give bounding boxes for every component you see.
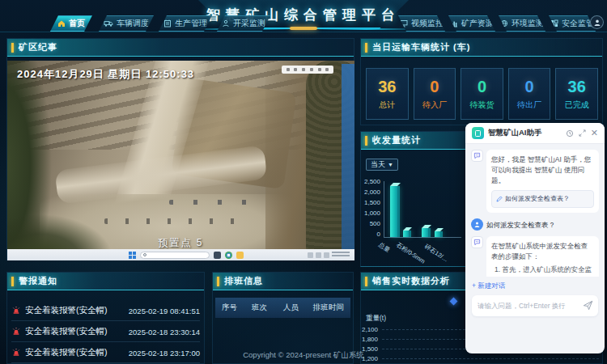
siren-icon xyxy=(11,327,21,336)
tab-environment-monitor[interactable]: 环境监测 xyxy=(499,15,545,32)
bot-greeting-bubble: 您好，我是 智慧矿山AI 助手，您可以向我提出 智慧矿山 使用问题。 如何派发安… xyxy=(486,150,599,213)
ai-logo-icon xyxy=(472,127,484,139)
ai-question-input[interactable] xyxy=(478,302,579,310)
schedule-table-header: 序号 班次 人员 排班时间 xyxy=(215,298,350,318)
stat-card-waiting-exit: 0 待出厂 xyxy=(508,68,551,120)
sales-ytick: 2,100 xyxy=(357,326,378,333)
column-header: 班次 xyxy=(244,303,275,313)
shipment-ytick: 0 xyxy=(359,231,380,238)
alarm-list-item[interactable]: 安全着装报警(安全帽) 2025-02-19 08:41:51 xyxy=(11,301,200,321)
history-icon[interactable] xyxy=(566,129,574,138)
ai-chat-area: 您好，我是 智慧矿山AI 助手，您可以向我提出 智慧矿山 使用问题。 如何派发安… xyxy=(465,144,605,277)
stat-card-completed: 36 已完成 xyxy=(555,68,598,120)
tab-mining-monitor[interactable]: 开采监测 xyxy=(217,15,270,32)
shipment-ytick: 500 xyxy=(359,220,380,227)
explorer-icon xyxy=(214,252,221,259)
bot-avatar-icon xyxy=(471,150,483,162)
shipment-range-dropdown[interactable]: 当天 ▼ xyxy=(366,159,398,171)
browser-icon xyxy=(225,252,232,259)
folder-icon xyxy=(236,252,244,259)
stat-card-waiting-load: 0 待装货 xyxy=(461,68,503,120)
bot-answer-bubble: 在智慧矿山系统中派发安全检查表的步骤如下： 1. 首先，进入矿山系统的安全监管模… xyxy=(486,236,599,277)
windows-taskbar xyxy=(7,249,354,260)
bot-message-row: 您好，我是 智慧矿山AI 助手，您可以向我提出 智慧矿山 使用问题。 如何派发安… xyxy=(471,150,599,213)
avatar-person-icon xyxy=(593,19,601,27)
system-tray xyxy=(308,252,350,258)
chevron-down-icon: ▼ xyxy=(388,162,393,167)
ai-assistant-header: 智慧矿山AI助手 ✕ xyxy=(465,123,605,144)
column-header: 序号 xyxy=(215,303,244,313)
suggested-question[interactable]: 如何派发安全检查表？ xyxy=(491,190,594,208)
ai-input-wrap xyxy=(472,295,598,316)
column-header: 排班时间 xyxy=(307,303,350,313)
panel-mine-chronicle-header: 矿区纪事 xyxy=(7,39,354,57)
panel-title: 销售实时数据分析 xyxy=(372,275,450,287)
sales-y-axis-label: 重量(t) xyxy=(366,314,386,324)
accent-bar xyxy=(11,43,14,53)
ai-assistant-panel: 智慧矿山AI助手 ✕ 您好，我是 智慧矿山AI 助手，您可以向我提出 智慧矿山 … xyxy=(465,123,605,353)
title-deco-right xyxy=(319,28,414,30)
accent-bar xyxy=(365,43,367,53)
panel-title: 收发量统计 xyxy=(372,134,421,146)
panel-alarm-header: 警报通知 xyxy=(7,273,204,290)
header-divider xyxy=(0,32,607,32)
siren-icon xyxy=(11,306,21,315)
tab-safety-supervision[interactable]: 安全监管 xyxy=(549,15,596,32)
stat-card-total: 36 总计 xyxy=(366,68,409,120)
user-avatar[interactable] xyxy=(590,15,604,29)
smart-mine-dashboard: 智慧矿山综合管理平台 首页 车辆调度 生产管理 开采监测 视频监控 矿产资源 环… xyxy=(0,0,607,364)
taskbar-search xyxy=(140,252,210,259)
shipment-x-axis xyxy=(384,237,461,238)
sales-ytick: 1,800 xyxy=(357,336,378,343)
truck-icon xyxy=(104,19,113,28)
shipment-ytick: 2,000 xyxy=(359,188,380,196)
panel-title: 当日运输车辆统计 (车) xyxy=(372,41,470,53)
person-icon xyxy=(222,19,230,28)
shipment-bar xyxy=(422,228,431,237)
accent-bar xyxy=(365,277,367,286)
shipment-bar xyxy=(435,231,443,237)
panel-schedule-header: 排班信息 xyxy=(213,273,353,290)
shipment-ytick: 2,500 xyxy=(359,178,380,185)
live-video-feed: 2024年12月29日 星期日 12:50:33 预置点 5 xyxy=(7,61,354,260)
bot-answer-row: 在智慧矿山系统中派发安全检查表的步骤如下： 1. 首先，进入矿山系统的安全监管模… xyxy=(471,236,599,277)
title-deco-center xyxy=(290,27,317,30)
video-control-toolbar[interactable] xyxy=(282,66,333,74)
vehicle-stat-cards: 36 总计 0 待入厂 0 待装货 0 待出厂 36 已完成 xyxy=(366,68,598,120)
accent-bar xyxy=(11,277,14,286)
bot-avatar-icon xyxy=(471,236,483,248)
clipboard-icon xyxy=(163,19,172,28)
new-chat-button[interactable]: + 新建对话 xyxy=(472,281,598,291)
tab-production[interactable]: 生产管理 xyxy=(159,15,212,32)
shipment-ytick: 1,500 xyxy=(359,199,380,206)
column-header: 人员 xyxy=(275,303,307,313)
video-datetime-overlay: 2024年12月29日 星期日 12:50:33 xyxy=(17,67,194,82)
panel-title: 矿区纪事 xyxy=(19,41,57,53)
user-avatar-icon xyxy=(471,218,483,231)
send-icon[interactable] xyxy=(583,300,593,311)
panel-title: 排班信息 xyxy=(224,275,263,287)
equipment-row xyxy=(104,218,250,224)
ai-input-area: + 新建对话 xyxy=(465,277,605,353)
user-message-row: 如何派发安全检查表？ xyxy=(471,218,599,231)
windows-start-icon xyxy=(129,252,136,259)
shipment-bar xyxy=(390,186,400,237)
answer-steps: 1. 首先，进入矿山系统的安全监管模块。 2. 在安全监管模块中找到并点击"安全… xyxy=(491,265,594,277)
shipment-y-axis xyxy=(384,181,384,237)
home-icon xyxy=(57,19,66,28)
panel-title: 警报通知 xyxy=(19,275,57,287)
panel-vehicle-stats-header: 当日运输车辆统计 (车) xyxy=(361,39,602,57)
stat-card-waiting-entry: 0 待入厂 xyxy=(414,68,456,120)
close-icon[interactable]: ✕ xyxy=(591,129,598,138)
tab-mineral-resources[interactable]: 矿产资源 xyxy=(448,15,495,32)
tab-video-monitor[interactable]: 视频监控 xyxy=(398,15,445,32)
tab-vehicle-dispatch[interactable]: 车辆调度 xyxy=(99,15,154,32)
expand-icon[interactable] xyxy=(579,129,586,137)
preset-point-label: 预置点 5 xyxy=(7,236,354,250)
ai-assistant-title: 智慧矿山AI助手 xyxy=(488,128,562,138)
shipment-bar xyxy=(403,231,411,237)
accent-bar xyxy=(217,277,219,286)
alarm-list-item[interactable]: 安全着装报警(安全帽) 2025-02-18 23:30:14 xyxy=(11,322,200,342)
user-question-text: 如何派发安全检查表？ xyxy=(486,218,555,231)
accent-bar xyxy=(365,136,367,146)
